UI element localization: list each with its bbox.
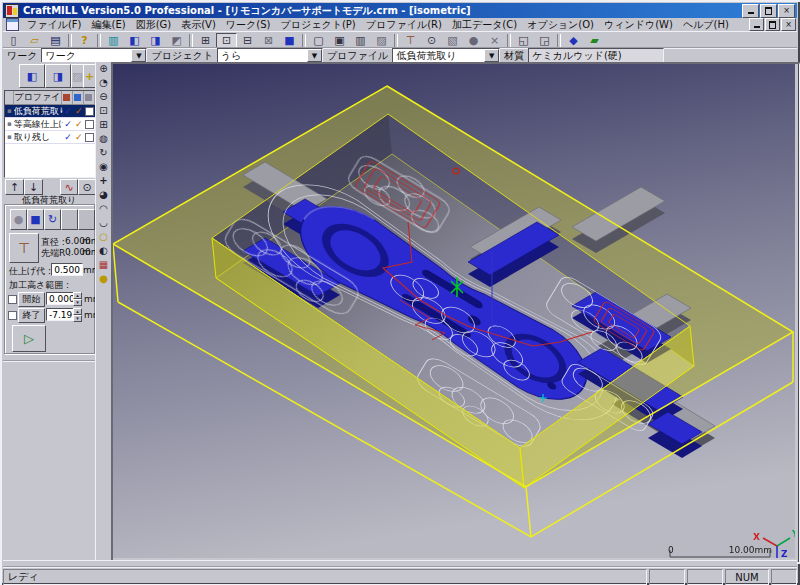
flat-endmill-button[interactable]: ■ [27,209,44,230]
menu-shape[interactable]: 図形(G) [131,18,177,32]
shaded-view-button[interactable]: ● [463,33,484,48]
profile-edit-button[interactable]: ▣ [329,33,350,48]
profile-panel: ◧ ◨ ▨ + プロファイル名 ▪ 低負荷荒取り ✓ ✓ ▪ 等高線仕上げ [3,62,95,560]
work-label: ワーク [7,49,37,63]
calculate-all-button[interactable]: ◲ [534,33,555,48]
work-display-button[interactable]: ■ [279,33,300,48]
status-pane-1 [649,569,685,585]
close-button[interactable]: × [778,4,795,18]
mdi-restore-button[interactable] [765,18,780,31]
ball-endmill-button[interactable]: ● [10,209,27,230]
project-new-button[interactable]: ⊞ [195,33,216,48]
start-checkbox[interactable] [8,295,17,304]
menu-view[interactable]: 表示(V) [176,18,221,32]
chevron-down-icon[interactable]: ▼ [131,49,146,62]
end-spinner[interactable]: ▴▾ [73,308,82,321]
chevron-down-icon[interactable]: ▼ [307,49,322,62]
profile-row-2[interactable]: ▪ 等高線仕上げ ✓ ✓ [5,118,95,131]
calculate-toolpath-button[interactable]: ◱ [513,33,534,48]
menu-options[interactable]: オプション(O) [522,18,599,32]
profile-delete-button[interactable]: ▨ [371,33,392,48]
open-file-button[interactable]: ▱ [24,33,45,48]
title-bar: CraftMILL Version5.0 Professional - [リモコ… [3,3,797,18]
project-edit-button[interactable]: ⊡ [216,33,237,48]
menu-edit[interactable]: 編集(E) [87,18,131,32]
arc-down-button[interactable]: ◡ [96,216,111,230]
project-copy-button[interactable]: ⊟ [237,33,258,48]
delete-all-button[interactable]: × [484,33,505,48]
work-new-button[interactable]: ◧ [124,33,145,48]
start-spinner[interactable]: ▴▾ [73,292,82,305]
3d-viewport[interactable]: 0 10.00mm X Y Z [111,62,800,564]
menu-project[interactable]: プロジェクト(P) [275,18,360,32]
end-checkbox[interactable] [8,311,17,320]
finish-allowance-input[interactable] [51,263,83,276]
menu-window[interactable]: ウィンドウ(W) [599,18,678,32]
rotate-ball-button[interactable]: ◍ [96,132,111,146]
minimize-button[interactable] [742,4,759,18]
start-button[interactable]: 開始 [18,292,45,307]
project-combobox[interactable]: うら ▼ [217,48,323,63]
zoom-in-button[interactable]: ⊕ [96,62,111,76]
new-document-button[interactable]: ▯ [3,33,24,48]
work-combobox[interactable]: ワーク ▼ [41,48,147,63]
axis-y-label: Y [791,529,795,539]
stock-display-button[interactable]: ● [96,272,111,286]
status-pane-3 [771,569,797,585]
preview-button[interactable]: ⊙ [78,179,96,195]
tool-settings-button[interactable]: ⊤ [400,33,421,48]
profile-row-1[interactable]: ▪ 低負荷荒取り ✓ ✓ [5,105,95,118]
work-delete-button[interactable]: ◩ [166,33,187,48]
orbit-view-button[interactable]: ◔ [96,76,111,90]
toolpath-edit-button[interactable]: ∿ [60,179,78,195]
mdi-close-button[interactable]: × [781,18,796,31]
project-label: プロジェクト [151,49,212,63]
profile-combobox[interactable]: 低負荷荒取り ▼ [392,48,500,63]
help-button[interactable]: ? [74,33,95,48]
document-icon[interactable] [6,18,19,31]
rotate-view-button[interactable]: ↻ [96,146,111,160]
execute-button[interactable]: ▷ [12,325,46,352]
toolpath-display-button[interactable]: ▦ [96,258,111,272]
chevron-down-icon[interactable]: ▼ [484,49,499,62]
menu-profile[interactable]: プロファイル(R) [361,18,447,32]
menu-work[interactable]: ワーク(S) [221,18,276,32]
move-down-button[interactable]: ↓ [24,179,43,195]
calc-all-profiles-button[interactable]: ◨ [45,64,71,88]
shading-toggle-button[interactable]: ◐ [96,244,111,258]
zoom-out-button[interactable]: ⊖ [96,90,111,104]
output-device-button[interactable]: ◆ [563,33,584,48]
profile-copy-button[interactable]: ▥ [350,33,371,48]
work-list-button[interactable]: ▥ [103,33,124,48]
output-machine-button[interactable]: ▰ [584,33,605,48]
arc-up-button[interactable]: ◠ [96,202,111,216]
tool-column-icon [62,91,73,104]
end-button[interactable]: 終了 [18,308,45,323]
menu-file[interactable]: ファイル(F) [22,18,87,32]
move-up-button[interactable]: ↑ [5,179,24,195]
work-edit-button[interactable]: ◨ [145,33,166,48]
mdi-minimize-button[interactable] [749,18,764,31]
tool-select-button[interactable]: ⊤ [9,233,39,263]
profile-new-button[interactable]: ▢ [308,33,329,48]
project-delete-button[interactable]: ⊠ [258,33,279,48]
output-checkbox [85,133,94,142]
restore-button[interactable] [760,4,777,18]
panel-divider [3,360,95,362]
path-direction-button[interactable]: ↻ [44,209,61,230]
zoom-fit-button[interactable]: ⊞ [96,118,111,132]
save-file-button[interactable]: ▤ [45,33,66,48]
menu-help[interactable]: ヘルプ(H) [678,18,734,32]
main-toolbar: ▯ ▱ ▤ ? ▥ ◧ ◨ ◩ ⊞ ⊡ ⊟ ⊠ ■ ▢ ▣ ▥ ▨ ⊤ ⊙ ▧ … [3,31,797,48]
zoom-dynamic-button[interactable]: ◉ [96,160,111,174]
light-toggle-button[interactable]: ○ [96,230,111,244]
material-field: ケミカルウッド(硬) [528,48,664,63]
calc-profile-button[interactable]: ◧ [19,64,45,88]
zoom-window-button[interactable]: ⊡ [96,104,111,118]
pan-view-button[interactable]: + [96,174,111,188]
profile-row-3[interactable]: ▪ 取り残し ✓ ✓ [5,131,95,144]
machine-settings-button[interactable]: ▧ [442,33,463,48]
zoom-inspect-button[interactable]: ⊙ [421,33,442,48]
menu-machining-data[interactable]: 加工データ(C) [447,18,522,32]
orbit-ball-button[interactable]: ◕ [96,188,111,202]
